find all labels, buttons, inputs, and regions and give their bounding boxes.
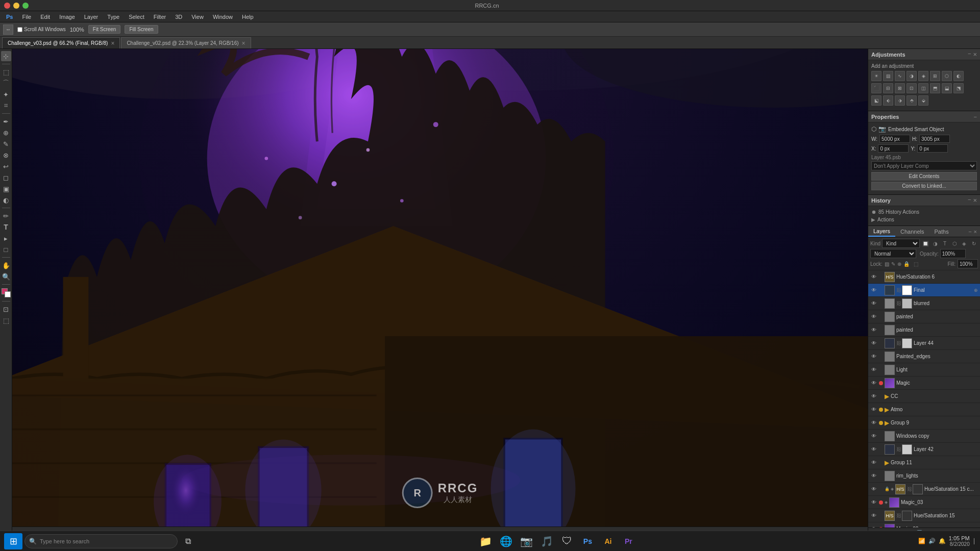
adj-extra-3[interactable]: ⬗ bbox=[895, 95, 905, 106]
taskbar-music[interactable]: 🎵 bbox=[537, 533, 556, 549]
scroll-all-windows-input[interactable] bbox=[17, 27, 22, 32]
vis-blurred[interactable]: 👁 bbox=[870, 300, 877, 307]
menu-window[interactable]: Window bbox=[209, 13, 237, 21]
lock-artboard-icon[interactable]: ⬚ bbox=[914, 261, 918, 267]
menu-ps[interactable]: Ps bbox=[2, 13, 17, 21]
layer-item-hue-sat-15c[interactable]: 👁 🔒 ◈ H/S ⛓ Hue/Saturation 15 c... bbox=[868, 483, 980, 496]
task-view-button[interactable]: ⧉ bbox=[180, 533, 196, 549]
adj-extra-5[interactable]: ⬙ bbox=[918, 95, 928, 106]
close-button[interactable] bbox=[4, 3, 10, 9]
layer-item-group11[interactable]: 👁 ▶ Group 11 bbox=[868, 456, 980, 469]
menu-image[interactable]: Image bbox=[55, 13, 79, 21]
tab-channels[interactable]: Channels bbox=[895, 226, 929, 237]
vis-painted-edges[interactable]: 👁 bbox=[870, 353, 877, 360]
blend-mode-select[interactable]: Normal bbox=[870, 249, 916, 258]
filter-refresh-icon[interactable]: ↻ bbox=[970, 239, 978, 247]
layer-item-hue-sat-6[interactable]: 👁 H/S Hue/Saturation 6 bbox=[868, 270, 980, 284]
adj-gradient-map[interactable]: ⬓ bbox=[942, 83, 952, 93]
adj-bw[interactable]: ◐ bbox=[953, 71, 964, 81]
tool-hand[interactable]: ✋ bbox=[1, 260, 11, 270]
filter-smart-icon[interactable]: ◈ bbox=[960, 239, 968, 247]
layer-item-cc[interactable]: 👁 ▶ CC bbox=[868, 390, 980, 403]
layer-item-magic03[interactable]: 👁 ◈ Magic_03 bbox=[868, 496, 980, 509]
tool-text[interactable]: T bbox=[1, 222, 11, 232]
vis-magic[interactable]: 👁 bbox=[870, 380, 877, 387]
adj-brightness[interactable]: ☀ bbox=[871, 71, 881, 81]
start-button[interactable]: ⊞ bbox=[4, 533, 22, 549]
layer-item-magic02[interactable]: 👁 Magic_02 bbox=[868, 522, 980, 528]
taskbar-photoshop[interactable]: Ps bbox=[578, 533, 597, 549]
vis-windows-copy[interactable]: 👁 bbox=[870, 433, 877, 440]
adj-invert[interactable]: ⊡ bbox=[906, 83, 917, 93]
convert-linked-button[interactable]: Convert to Linked... bbox=[871, 182, 977, 190]
taskbar-photos[interactable]: 📷 bbox=[517, 533, 535, 549]
lock-all-icon[interactable]: 🔒 bbox=[903, 261, 910, 267]
layer-item-atmo[interactable]: 👁 ▶ Atmo bbox=[868, 403, 980, 416]
layer-item-painted-edges[interactable]: 👁 Painted_edges bbox=[868, 350, 980, 363]
taskbar-shield[interactable]: 🛡 bbox=[558, 533, 576, 549]
tool-clone[interactable]: ⊗ bbox=[1, 150, 11, 160]
tool-spot-heal[interactable]: ⊕ bbox=[1, 128, 11, 138]
layer-item-blurred[interactable]: 👁 ⛓ blurred bbox=[868, 297, 980, 310]
tool-quick-select[interactable]: ✦ bbox=[1, 89, 11, 99]
layer-item-group9[interactable]: 👁 ▶ Group 9 bbox=[868, 416, 980, 430]
adj-threshold[interactable]: ⬒ bbox=[930, 83, 940, 93]
adj-photo-filter[interactable]: ⬛ bbox=[871, 83, 881, 93]
adj-color-balance[interactable]: ⬡ bbox=[942, 71, 952, 81]
taskbar-browser[interactable]: 🌐 bbox=[497, 533, 515, 549]
adj-posterize[interactable]: ◫ bbox=[918, 83, 928, 93]
adjustments-header[interactable]: Adjustments − × bbox=[868, 49, 980, 60]
vis-group11[interactable]: 👁 bbox=[870, 459, 877, 466]
history-minimize[interactable]: − bbox=[968, 196, 971, 204]
actions-item[interactable]: ▶ Actions bbox=[871, 216, 977, 223]
tool-eraser[interactable]: ◻ bbox=[1, 172, 11, 183]
taskbar-file-explorer[interactable]: 📁 bbox=[476, 533, 495, 549]
tool-lasso[interactable]: ⌒ bbox=[1, 78, 11, 88]
tool-path-select[interactable]: ▸ bbox=[1, 233, 11, 243]
filter-shape-icon[interactable]: ⬡ bbox=[950, 239, 959, 247]
adj-levels[interactable]: ▤ bbox=[883, 71, 893, 81]
taskbar-show-desktop[interactable]: │ bbox=[973, 538, 976, 544]
search-bar[interactable]: 🔍 Type here to search bbox=[24, 534, 178, 548]
adj-vibrance[interactable]: ◈ bbox=[918, 71, 928, 81]
tool-move[interactable]: ⊹ bbox=[1, 51, 11, 61]
adj-curves[interactable]: ∿ bbox=[895, 71, 905, 81]
layer-item-42[interactable]: 👁 ⛓ Layer 42 bbox=[868, 443, 980, 456]
adj-color-lookup[interactable]: ⊠ bbox=[895, 83, 905, 93]
tool-pen[interactable]: ✏ bbox=[1, 211, 11, 221]
tab-close-v02[interactable]: × bbox=[242, 40, 246, 47]
properties-header[interactable]: Properties − bbox=[868, 111, 980, 122]
tool-marquee[interactable]: ⬚ bbox=[1, 67, 11, 77]
layer-item-windows-copy[interactable]: 👁 Windows copy bbox=[868, 430, 980, 443]
menu-3d[interactable]: 3D bbox=[171, 13, 186, 21]
tool-screen-mode[interactable]: ⬚ bbox=[1, 315, 11, 325]
opacity-input[interactable] bbox=[940, 249, 966, 258]
menu-filter[interactable]: Filter bbox=[150, 13, 170, 21]
filter-pixel-icon[interactable]: 🔲 bbox=[921, 239, 929, 247]
vis-atmo[interactable]: 👁 bbox=[870, 406, 877, 413]
layers-panel-close[interactable]: × bbox=[974, 229, 977, 235]
tool-dodge[interactable]: ◐ bbox=[1, 195, 11, 205]
minimize-button[interactable] bbox=[13, 3, 19, 9]
tab-challenge-v02[interactable]: Challenge_v02.psd @ 22.3% (Layer 24, RGB… bbox=[121, 37, 251, 48]
layer-item-final[interactable]: 👁 ⛓ Final ⊕ bbox=[868, 284, 980, 297]
vis-rim-lights[interactable]: 👁 bbox=[870, 472, 877, 480]
comp-dropdown[interactable]: Don't Apply Layer Comp bbox=[871, 161, 977, 170]
tool-history-brush[interactable]: ↩ bbox=[1, 161, 11, 171]
layer-item-painted-2[interactable]: 👁 painted bbox=[868, 323, 980, 337]
fill-input[interactable] bbox=[958, 259, 978, 268]
lock-transparent-icon[interactable]: ▨ bbox=[885, 261, 889, 267]
menu-select[interactable]: Select bbox=[125, 13, 149, 21]
menu-edit[interactable]: Edit bbox=[36, 13, 54, 21]
layers-panel-minimize[interactable]: − bbox=[968, 229, 971, 235]
fit-screen-button[interactable]: Fit Screen bbox=[88, 25, 121, 34]
layer-item-magic[interactable]: 👁 Magic bbox=[868, 377, 980, 390]
filter-type-icon[interactable]: T bbox=[941, 239, 949, 247]
adjustments-close[interactable]: × bbox=[973, 51, 977, 58]
vis-final[interactable]: 👁 bbox=[870, 287, 877, 294]
vis-painted-1[interactable]: 👁 bbox=[870, 313, 877, 320]
layer-item-44[interactable]: 👁 ⛓ Layer 44 bbox=[868, 337, 980, 350]
menu-file[interactable]: File bbox=[18, 13, 35, 21]
vis-cc[interactable]: 👁 bbox=[870, 393, 877, 400]
vis-hue-sat-15c[interactable]: 👁 bbox=[870, 486, 877, 493]
